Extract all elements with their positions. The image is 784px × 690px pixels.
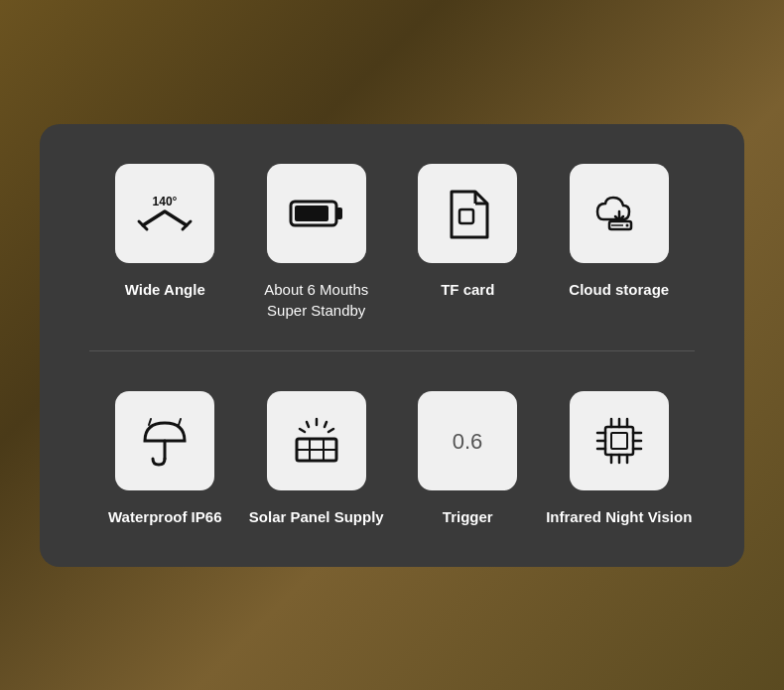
feature-wide-angle: 140° Wide Angle [89,164,241,321]
svg-point-12 [625,223,628,226]
feature-waterproof: Waterproof IP66 [89,391,241,527]
feature-infrared: Infrared Night Vision [544,391,696,527]
battery-icon [287,184,346,243]
trigger-icon-box: 0.6 [418,391,517,490]
waterproof-label: Waterproof IP66 [108,506,221,527]
feature-cloud-storage: Cloud storage [544,164,696,321]
waterproof-icon [135,411,195,471]
svg-text:0.6: 0.6 [453,429,483,454]
svg-line-17 [179,419,181,425]
battery-icon-box [267,164,366,263]
infrared-label: Infrared Night Vision [546,506,692,527]
svg-text:140°: 140° [153,195,178,208]
svg-line-24 [325,422,327,427]
svg-rect-29 [611,433,627,449]
svg-rect-7 [295,206,328,221]
svg-line-26 [328,429,333,432]
svg-rect-28 [605,427,633,455]
infrared-icon [589,411,649,471]
wide-angle-label: Wide Angle [125,279,205,300]
svg-rect-6 [336,207,342,219]
cloud-icon-box [570,164,669,263]
infrared-icon-box [570,391,669,490]
section-divider [89,350,695,351]
bottom-features-grid: Waterproof IP66 [89,391,695,527]
waterproof-icon-box [115,391,214,490]
feature-standby: About 6 Mouths Super Standby [241,164,393,321]
feature-tf-card: TF card [392,164,544,321]
svg-line-25 [300,429,305,432]
feature-solar: Solar Panel Supply [241,391,393,527]
trigger-icon: 0.6 [438,411,497,471]
trigger-label: Trigger [443,506,493,527]
svg-rect-10 [459,209,473,223]
cloud-storage-label: Cloud storage [569,279,669,300]
solar-icon-box [267,391,366,490]
top-features-grid: 140° Wide Angle [89,164,695,321]
svg-line-23 [307,422,309,427]
tf-card-label: TF card [441,279,494,300]
wide-angle-icon: 140° [135,184,195,243]
solar-icon [287,411,346,471]
feature-card: 140° Wide Angle [40,124,744,567]
tfcard-icon-box [418,164,517,263]
standby-label: About 6 Mouths Super Standby [264,279,368,321]
solar-label: Solar Panel Supply [249,506,384,527]
tfcard-icon [438,184,497,243]
svg-line-16 [149,419,151,425]
feature-trigger: 0.6 Trigger [392,391,544,527]
cloud-icon [589,184,649,243]
wide-angle-icon-box: 140° [115,164,214,263]
